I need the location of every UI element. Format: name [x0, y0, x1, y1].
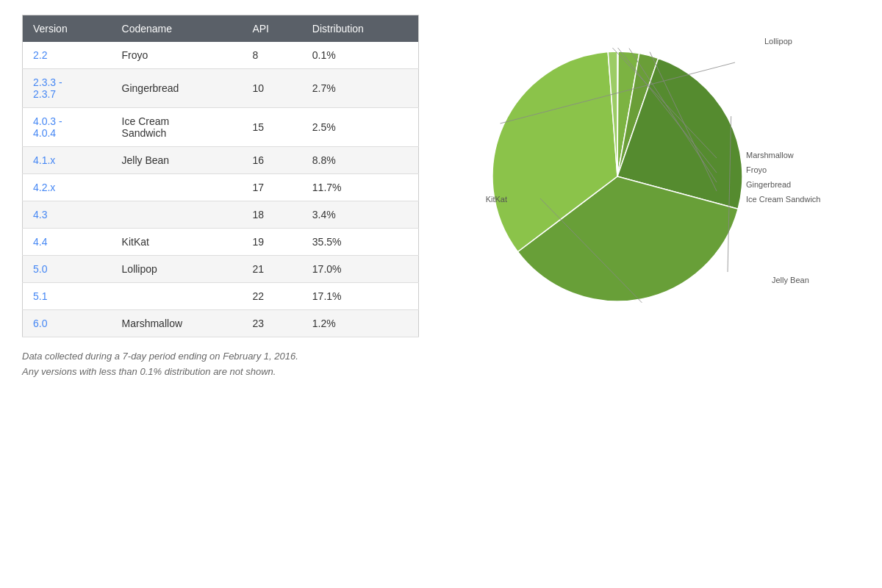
version-link[interactable]: 5.0 — [33, 263, 47, 275]
footnote: Data collected during a 7-day period end… — [22, 349, 419, 380]
cell-version: 5.0 — [23, 256, 112, 283]
cell-codename — [112, 201, 243, 229]
cell-api: 23 — [242, 310, 301, 337]
cell-distribution: 0.1% — [302, 42, 419, 69]
cell-api: 8 — [242, 42, 301, 69]
cell-api: 19 — [242, 229, 301, 256]
table-row: 2.3.3 -2.3.7Gingerbread102.7% — [23, 69, 419, 108]
version-link[interactable]: 4.2.x — [33, 182, 55, 193]
col-codename: Codename — [112, 15, 243, 43]
cell-distribution: 11.7% — [302, 174, 419, 201]
cell-codename — [112, 174, 243, 201]
cell-distribution: 35.5% — [302, 229, 419, 256]
cell-codename: KitKat — [112, 229, 243, 256]
cell-codename: Froyo — [112, 42, 243, 69]
table-row: 4.4KitKat1935.5% — [23, 229, 419, 256]
cell-codename: Gingerbread — [112, 69, 243, 108]
cell-version: 4.0.3 -4.0.4 — [23, 108, 112, 147]
cell-version: 4.1.x — [23, 147, 112, 174]
pie-label-gingerbread: Gingerbread — [746, 180, 791, 189]
cell-version: 4.4 — [23, 229, 112, 256]
col-version: Version — [23, 15, 112, 43]
cell-codename: Lollipop — [112, 256, 243, 283]
table-row: 2.2Froyo80.1% — [23, 42, 419, 69]
table-row: 4.1.xJelly Bean168.8% — [23, 147, 419, 174]
pie-chart-svg: LollipopMarshmallowFroyoGingerbreadIce C… — [456, 22, 838, 331]
pie-label-kitkat: KitKat — [486, 195, 507, 204]
cell-distribution: 2.7% — [302, 69, 419, 108]
footnote-line2: Any versions with less than 0.1% distrib… — [22, 365, 419, 380]
pie-label-marshmallow: Marshmallow — [746, 151, 794, 159]
version-link[interactable]: 6.0 — [33, 318, 47, 329]
table-section: Version Codename API Distribution 2.2Fro… — [22, 15, 419, 380]
col-distribution: Distribution — [302, 15, 419, 43]
chart-section: LollipopMarshmallowFroyoGingerbreadIce C… — [434, 15, 860, 331]
cell-api: 10 — [242, 69, 301, 108]
version-link[interactable]: 4.4 — [33, 236, 47, 248]
pie-label-ice-cream-sandwich: Ice Cream Sandwich — [746, 195, 821, 204]
cell-distribution: 3.4% — [302, 201, 419, 229]
cell-api: 16 — [242, 147, 301, 174]
table-row: 5.12217.1% — [23, 283, 419, 310]
cell-api: 17 — [242, 174, 301, 201]
pie-label-froyo: Froyo — [746, 165, 767, 174]
cell-api: 22 — [242, 283, 301, 310]
cell-distribution: 2.5% — [302, 108, 419, 147]
cell-codename: Marshmallow — [112, 310, 243, 337]
cell-version: 5.1 — [23, 283, 112, 310]
table-row: 6.0Marshmallow231.2% — [23, 310, 419, 337]
cell-version: 4.3 — [23, 201, 112, 229]
version-link[interactable]: 4.0.3 -4.0.4 — [33, 115, 62, 139]
cell-version: 2.2 — [23, 42, 112, 69]
cell-api: 21 — [242, 256, 301, 283]
version-link[interactable]: 2.2 — [33, 49, 47, 61]
cell-api: 18 — [242, 201, 301, 229]
cell-distribution: 17.0% — [302, 256, 419, 283]
table-row: 4.3183.4% — [23, 201, 419, 229]
cell-codename: Jelly Bean — [112, 147, 243, 174]
pie-label-jelly-bean: Jelly Bean — [772, 276, 809, 284]
cell-distribution: 8.8% — [302, 147, 419, 174]
main-container: Version Codename API Distribution 2.2Fro… — [22, 15, 860, 380]
cell-version: 4.2.x — [23, 174, 112, 201]
table-row: 4.2.x1711.7% — [23, 174, 419, 201]
pie-chart-wrapper: LollipopMarshmallowFroyoGingerbreadIce C… — [456, 22, 838, 331]
table-row: 5.0Lollipop2117.0% — [23, 256, 419, 283]
cell-distribution: 1.2% — [302, 310, 419, 337]
version-link[interactable]: 2.3.3 -2.3.7 — [33, 76, 62, 100]
cell-version: 2.3.3 -2.3.7 — [23, 69, 112, 108]
version-link[interactable]: 4.3 — [33, 209, 47, 220]
col-api: API — [242, 15, 301, 43]
cell-distribution: 17.1% — [302, 283, 419, 310]
cell-version: 6.0 — [23, 310, 112, 337]
cell-codename: Ice CreamSandwich — [112, 108, 243, 147]
pie-label-lollipop: Lollipop — [764, 37, 792, 46]
cell-codename — [112, 283, 243, 310]
version-link[interactable]: 5.1 — [33, 290, 47, 302]
table-header-row: Version Codename API Distribution — [23, 15, 419, 43]
version-link[interactable]: 4.1.x — [33, 154, 55, 166]
table-row: 4.0.3 -4.0.4Ice CreamSandwich152.5% — [23, 108, 419, 147]
footnote-line1: Data collected during a 7-day period end… — [22, 349, 419, 365]
cell-api: 15 — [242, 108, 301, 147]
android-versions-table: Version Codename API Distribution 2.2Fro… — [22, 15, 419, 337]
